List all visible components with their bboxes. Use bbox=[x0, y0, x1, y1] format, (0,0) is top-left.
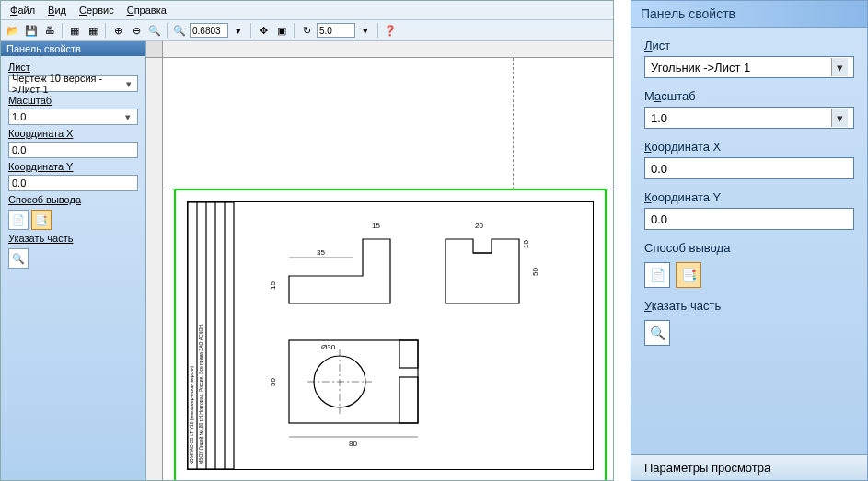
coordy-label-left: Координата Y bbox=[8, 161, 138, 172]
output-label-right: Способ вывода bbox=[644, 241, 854, 255]
sheet-label-right: Лист bbox=[644, 39, 854, 52]
technical-drawing-svg: 35 15 15 20 10 50 bbox=[188, 202, 593, 469]
output-label-left: Способ вывода bbox=[8, 194, 138, 205]
work-area: Панель свойств Лист Чертеж 10 версия ->Л… bbox=[1, 41, 613, 480]
sheet-dropdown-left[interactable]: Чертеж 10 версия ->Лист 1 ▾ bbox=[8, 75, 138, 92]
panel-title-right: Панель свойств bbox=[631, 1, 867, 28]
drawing-canvas[interactable]: 35 15 15 20 10 50 bbox=[146, 41, 613, 480]
coordx-input-right[interactable]: 0.0 bbox=[644, 157, 854, 179]
coordy-input-left[interactable]: 0.0 bbox=[8, 175, 138, 191]
menu-bar: Файл Вид Сервис Справка bbox=[1, 1, 613, 20]
print-preview-icon[interactable]: 🖶 bbox=[41, 22, 58, 39]
output-mode-row-right: 📄 📑 bbox=[644, 262, 854, 288]
specify-row-right: 🔍 bbox=[644, 320, 854, 346]
menu-file[interactable]: Файл bbox=[5, 3, 41, 17]
titleblock-side: КОМПАС-3D LT V10 (некоммерческая версия) bbox=[189, 365, 194, 464]
sheet-dropdown-right[interactable]: Угольник ->Лист 1 ▾ bbox=[644, 56, 854, 78]
help-context-icon[interactable]: ❓ bbox=[382, 22, 399, 39]
properties-panel-left: Панель свойств Лист Чертеж 10 версия ->Л… bbox=[1, 41, 146, 480]
specify-label-right: Указать часть bbox=[644, 299, 854, 313]
save-icon[interactable]: 💾 bbox=[23, 22, 40, 39]
svg-text:80: 80 bbox=[349, 440, 357, 448]
chevron-down-icon: ▾ bbox=[831, 109, 848, 127]
menu-view[interactable]: Вид bbox=[42, 3, 72, 17]
step-input[interactable] bbox=[317, 23, 355, 38]
output-mode-part-icon[interactable]: 📑 bbox=[676, 262, 701, 288]
grid2-icon[interactable]: ▦ bbox=[85, 22, 101, 39]
output-mode-row-left: 📄 📑 bbox=[8, 210, 138, 230]
scale-label-right: Масштаб bbox=[644, 89, 854, 103]
rotate-icon[interactable]: ↻ bbox=[298, 22, 315, 39]
output-mode-sheet-icon[interactable]: 📄 bbox=[8, 210, 29, 230]
chevron-down-icon: ▾ bbox=[831, 58, 848, 76]
svg-text:35: 35 bbox=[317, 248, 325, 257]
svg-rect-0 bbox=[188, 202, 234, 469]
specify-row-left: 🔍 bbox=[8, 248, 138, 269]
menu-service[interactable]: Сервис bbox=[74, 3, 120, 17]
svg-text:20: 20 bbox=[475, 222, 483, 230]
dropdown-icon[interactable]: ▾ bbox=[230, 22, 247, 39]
coordy-label-right: Координата Y bbox=[644, 190, 854, 204]
coordy-input-right[interactable]: 0.0 bbox=[644, 208, 854, 230]
coordx-input-left[interactable]: 0.0 bbox=[8, 142, 138, 158]
sheet-label-left: Лист bbox=[8, 62, 138, 73]
output-mode-sheet-icon[interactable]: 📄 bbox=[644, 262, 670, 288]
scale-dropdown-right[interactable]: 1.0 ▾ bbox=[644, 107, 854, 129]
fit-page-icon[interactable]: ▣ bbox=[273, 22, 290, 39]
cad-application-window: Файл Вид Сервис Справка 📂 💾 🖶 ▦ ▦ ⊕ ⊖ 🔍 … bbox=[0, 0, 614, 481]
tab-view-params[interactable]: Параметры просмотра bbox=[631, 454, 867, 480]
svg-rect-18 bbox=[399, 340, 418, 368]
zoom-fit-icon[interactable]: 🔍 bbox=[171, 22, 188, 39]
chevron-down-icon: ▾ bbox=[123, 78, 134, 90]
ruler-vertical bbox=[146, 58, 163, 480]
svg-text:Ø30: Ø30 bbox=[321, 343, 336, 351]
drawing-frame: 35 15 15 20 10 50 bbox=[187, 201, 594, 470]
toolbar: 📂 💾 🖶 ▦ ▦ ⊕ ⊖ 🔍 🔍 ▾ ✥ ▣ ↻ ▾ ❓ bbox=[1, 20, 613, 41]
scale-dropdown-left[interactable]: 1.0 ▾ bbox=[8, 109, 138, 125]
zoom-in-icon[interactable]: ⊕ bbox=[110, 22, 126, 39]
scale-label-left: Масштаб bbox=[8, 95, 138, 106]
drawing-sheet: 35 15 15 20 10 50 bbox=[174, 189, 607, 480]
specify-part-icon[interactable]: 🔍 bbox=[644, 320, 670, 346]
grid-icon[interactable]: ▦ bbox=[66, 22, 83, 39]
panel-title-left: Панель свойств bbox=[1, 41, 145, 56]
open-icon[interactable]: 📂 bbox=[5, 22, 21, 39]
coordx-label-right: Координата X bbox=[644, 140, 854, 154]
properties-panel-right: Панель свойств Лист Угольник ->Лист 1 ▾ … bbox=[631, 0, 868, 481]
zoom-value-input[interactable] bbox=[190, 23, 228, 38]
specify-label-left: Указать часть bbox=[8, 233, 138, 244]
zoom-out-icon[interactable]: ⊖ bbox=[128, 22, 145, 39]
ruler-horizontal bbox=[163, 41, 613, 58]
coordx-label-left: Координата X bbox=[8, 128, 138, 139]
output-mode-part-icon[interactable]: 📑 bbox=[31, 210, 52, 230]
dropdown2-icon[interactable]: ▾ bbox=[357, 22, 374, 39]
svg-text:10: 10 bbox=[522, 240, 530, 248]
svg-text:15: 15 bbox=[269, 281, 277, 290]
ruler-corner bbox=[146, 41, 163, 58]
zoom-window-icon[interactable]: 🔍 bbox=[146, 22, 163, 39]
specify-part-icon[interactable]: 🔍 bbox=[8, 248, 29, 269]
titleblock-side2: МБОУ Лицей №180 г.Н.Новгород, Россия. Вс… bbox=[198, 324, 203, 464]
pan-icon[interactable]: ✥ bbox=[255, 22, 272, 39]
menu-help[interactable]: Справка bbox=[122, 3, 172, 17]
svg-text:50: 50 bbox=[269, 378, 277, 386]
svg-text:50: 50 bbox=[531, 268, 539, 276]
svg-text:15: 15 bbox=[372, 222, 380, 230]
chevron-down-icon: ▾ bbox=[122, 111, 134, 123]
svg-rect-19 bbox=[399, 377, 418, 423]
